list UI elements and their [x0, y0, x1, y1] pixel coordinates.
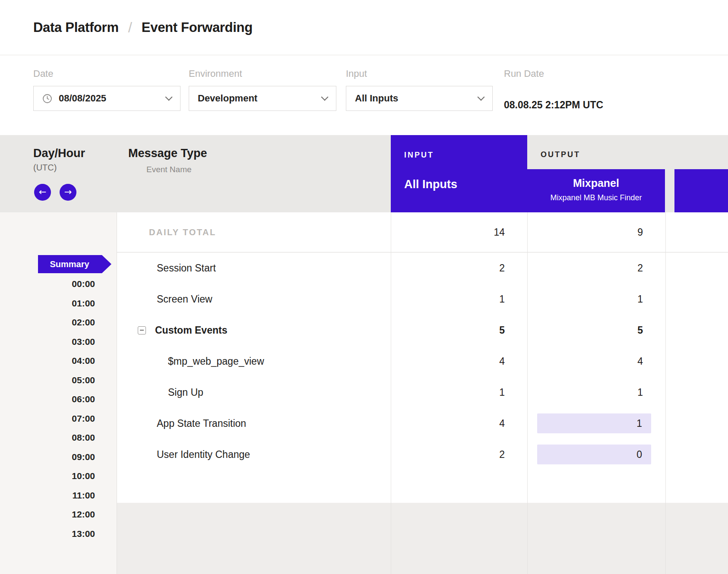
chevron-down-icon [478, 94, 485, 101]
daily-total-label: DAILY TOTAL [117, 227, 391, 237]
table-row: Screen View 1 1 [117, 284, 728, 315]
table-row: App State Transition 4 1 [117, 408, 728, 439]
event-name: User Identity Change [117, 449, 391, 460]
run-date-label: Run Date [504, 68, 603, 79]
breadcrumb-separator: / [128, 19, 132, 36]
next-day-button[interactable]: → [60, 184, 76, 201]
day-hour-sidebar: Summary 00:00 01:00 02:00 03:00 04:00 05… [0, 212, 117, 574]
output-count: 4 [527, 356, 665, 367]
output-count: 5 [527, 325, 665, 336]
output-column-mixpanel[interactable]: Mixpanel Mixpanel MB Music Finder [527, 169, 665, 212]
table-row: User Identity Change 2 0 [117, 439, 728, 470]
summary-badge[interactable]: Summary [38, 255, 111, 273]
output-subtitle: Mixpanel MB Music Finder [527, 193, 665, 202]
input-count: 1 [391, 293, 527, 305]
page-title: Event Forwarding [142, 20, 253, 35]
environment-dropdown[interactable]: Development [189, 86, 336, 111]
hour-item[interactable]: 09:00 [72, 448, 95, 467]
day-nav: ← → [34, 184, 76, 201]
table-footer-area [117, 503, 728, 574]
hour-item[interactable]: 02:00 [72, 313, 95, 332]
environment-value: Development [198, 93, 257, 104]
hour-item[interactable]: 12:00 [72, 505, 95, 524]
date-dropdown[interactable]: 08/08/2025 [33, 86, 180, 111]
highlighted-output-count: 0 [537, 445, 651, 464]
hour-item[interactable]: 10:00 [72, 467, 95, 486]
table-row: Sign Up 1 1 [117, 377, 728, 408]
chevron-down-icon [165, 94, 173, 101]
hour-item[interactable]: 11:00 [72, 486, 95, 505]
event-name-subtitle: Event Name [146, 165, 207, 174]
environment-filter-label: Environment [189, 68, 346, 79]
input-filter: Input All Inputs [346, 68, 504, 135]
collapse-icon[interactable] [138, 326, 146, 334]
table-header: Day/Hour (UTC) ← → Message Type Event Na… [0, 135, 728, 212]
input-value: All Inputs [355, 93, 398, 104]
event-name: $mp_web_page_view [117, 356, 391, 367]
input-column-label: INPUT [404, 151, 527, 160]
hour-item[interactable]: 06:00 [72, 390, 95, 409]
input-count: 2 [391, 449, 527, 460]
day-hour-subtitle: (UTC) [33, 163, 85, 173]
hour-item[interactable]: 00:00 [72, 274, 95, 294]
input-count: 1 [391, 387, 527, 398]
chevron-down-icon [321, 94, 329, 101]
output-column-next-partial[interactable] [674, 169, 728, 212]
date-value: 08/08/2025 [59, 93, 106, 104]
hour-item[interactable]: 04:00 [72, 351, 95, 371]
input-count: 5 [391, 325, 527, 336]
day-hour-header: Day/Hour (UTC) [33, 147, 85, 173]
input-count: 4 [391, 356, 527, 367]
output-count-cell: 1 [527, 413, 665, 433]
input-column-header[interactable]: INPUT All Inputs [391, 135, 527, 212]
column-divider [665, 212, 666, 574]
output-name: Mixpanel [527, 177, 665, 189]
hour-item[interactable]: 01:00 [72, 294, 95, 313]
highlighted-output-count: 1 [537, 413, 651, 433]
event-name: Custom Events [117, 325, 391, 336]
output-count: 2 [527, 262, 665, 274]
hour-item[interactable]: 03:00 [72, 332, 95, 352]
hour-list: 00:00 01:00 02:00 03:00 04:00 05:00 06:0… [72, 274, 95, 574]
event-name-label: Custom Events [155, 325, 227, 336]
table-row: Session Start 2 2 [117, 252, 728, 284]
daily-total-row: DAILY TOTAL 14 9 [117, 212, 728, 252]
table-row-custom-events: Custom Events 5 5 [117, 315, 728, 346]
input-count: 4 [391, 418, 527, 429]
hour-item[interactable]: 05:00 [72, 371, 95, 390]
input-filter-label: Input [346, 68, 504, 79]
run-date: Run Date 08.08.25 2:12PM UTC [504, 68, 603, 135]
event-name: Session Start [117, 262, 391, 274]
clock-icon [42, 94, 52, 104]
table-body: Summary 00:00 01:00 02:00 03:00 04:00 05… [0, 212, 728, 574]
column-divider [391, 212, 391, 574]
output-count: 1 [527, 293, 665, 305]
prev-day-button[interactable]: ← [34, 184, 51, 201]
event-rows: Session Start 2 2 Screen View 1 1 Custom… [117, 252, 728, 470]
hour-item[interactable]: 13:00 [72, 524, 95, 544]
table-grid: DAILY TOTAL 14 9 Session Start 2 2 Scree… [117, 212, 728, 574]
environment-filter: Environment Development [189, 68, 346, 135]
event-name: Sign Up [117, 387, 391, 398]
day-hour-title: Day/Hour [33, 147, 85, 160]
daily-total-output: 9 [527, 227, 665, 238]
hour-item[interactable]: 07:00 [72, 409, 95, 429]
input-dropdown[interactable]: All Inputs [346, 86, 493, 111]
output-section-label: OUTPUT [541, 150, 580, 159]
event-name: Screen View [117, 293, 391, 305]
column-divider [527, 212, 528, 574]
hour-item[interactable]: 08:00 [72, 428, 95, 448]
message-type-title: Message Type [128, 147, 207, 160]
input-column-value: All Inputs [404, 178, 527, 191]
daily-total-input: 14 [391, 227, 527, 238]
table-row: $mp_web_page_view 4 4 [117, 346, 728, 377]
date-filter: Date 08/08/2025 [33, 68, 189, 135]
output-count-cell: 0 [527, 445, 665, 464]
date-filter-label: Date [33, 68, 189, 79]
filter-bar: Date 08/08/2025 Environment Development … [0, 55, 728, 135]
breadcrumb: Data Platform / Event Forwarding [0, 0, 728, 55]
output-count: 1 [527, 387, 665, 398]
input-count: 2 [391, 262, 527, 274]
run-date-value: 08.08.25 2:12PM UTC [504, 92, 603, 117]
breadcrumb-data-platform[interactable]: Data Platform [33, 20, 119, 35]
